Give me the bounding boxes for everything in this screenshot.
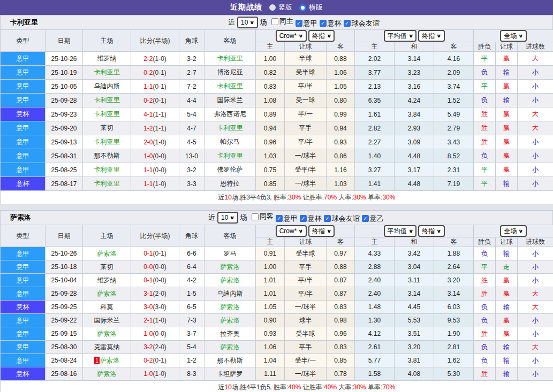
- sub-header-avg-draw: 和: [395, 237, 434, 247]
- filter-checkbox[interactable]: ✓意杯: [320, 19, 342, 28]
- halftime-score: (0-1): [153, 69, 166, 76]
- result-outcome: 平: [474, 163, 496, 177]
- avg-home-odds: 2.82: [355, 121, 395, 135]
- filter-checkbox[interactable]: 同客: [252, 212, 274, 221]
- league-type-cell: 意甲: [1, 66, 46, 80]
- away-team-name: 萨索洛: [221, 303, 240, 311]
- layout-radio-horizontal[interactable]: 横版: [299, 3, 323, 12]
- match-date: 25-08-16: [46, 367, 83, 381]
- scope-select[interactable]: 全场∨: [500, 225, 526, 237]
- handicap-away-odds: 0.88: [327, 52, 355, 66]
- away-team-cell: 萨索洛: [204, 274, 256, 287]
- handicap-home-odds: 1.06: [256, 341, 285, 354]
- result-outcome: 胜: [474, 274, 496, 287]
- result-outcome: 胜: [474, 367, 496, 381]
- filter-checkbox[interactable]: ✓球会友谊: [324, 214, 360, 224]
- final-index-select[interactable]: 终指∨: [308, 225, 335, 237]
- result-handicap: 赢: [496, 149, 518, 163]
- filter-checkboxes: 同主✓意甲✓意杯✓球会友谊: [269, 17, 380, 28]
- home-team-name: 国际米兰: [94, 317, 120, 324]
- radio-selected-icon[interactable]: [269, 4, 276, 11]
- result-goals: 小: [518, 80, 553, 94]
- match-row: 意甲25-09-13卡利亚里2-0(1-0)4-5帕尔马0.96平/半0.932…: [1, 135, 553, 149]
- scope-select[interactable]: 全场∨: [500, 30, 526, 42]
- league-type-cell: 意甲: [1, 135, 46, 149]
- result-outcome: 负: [474, 149, 496, 163]
- radio-horizontal-label: 横版: [309, 3, 323, 12]
- checkbox-icon[interactable]: ✓: [362, 215, 369, 222]
- filter-checkbox[interactable]: ✓球会友谊: [344, 19, 380, 28]
- match-row: 意杯25-08-16萨索洛1-0(1-0)8-3卡坦萨罗1.11一/球半0.78…: [1, 367, 553, 381]
- avg-draw-odds: 3.17: [395, 163, 434, 177]
- handicap-home-odds: 0.93: [256, 327, 285, 341]
- away-team-cell: 罗马: [204, 247, 256, 260]
- handicap-home-odds: 0.83: [256, 80, 285, 94]
- filter-checkbox[interactable]: ✓意乙: [362, 214, 384, 224]
- radio-unselected-icon[interactable]: [299, 4, 306, 11]
- bookmaker-select[interactable]: Crow*∨: [276, 225, 307, 237]
- final-index2-select[interactable]: 终指∨: [418, 225, 444, 237]
- average-select[interactable]: 平均值∨: [384, 225, 416, 237]
- score-cell: 0-0(0-0): [131, 260, 179, 274]
- section-divider: [0, 204, 553, 210]
- score-cell: 2-1(1-0): [131, 314, 179, 327]
- avg-home-odds: 2.02: [355, 52, 395, 66]
- score-cell: 3-0(3-0): [131, 301, 179, 314]
- away-team-name: 卡坦萨罗: [217, 370, 243, 378]
- result-goals: 小: [518, 260, 553, 274]
- away-team-name: 弗洛西诺尼: [214, 110, 246, 118]
- fulltime-score: 0-2: [143, 97, 153, 104]
- checkbox-icon[interactable]: ✓: [344, 20, 351, 27]
- away-team-name: 国际米兰: [217, 96, 243, 104]
- games-count-select[interactable]: 10∨: [237, 17, 258, 28]
- final-index2-select[interactable]: 终指∨: [418, 30, 444, 42]
- halftime-score: (0-0): [153, 166, 166, 174]
- checkbox-icon[interactable]: ✓: [324, 215, 331, 222]
- handicap-line: 平/半: [285, 287, 327, 301]
- checkbox-label: 意杯: [328, 19, 342, 28]
- summary-text: 近10场,胜4平1负5, 胜率:40% 让胜率:40% 大率:30% 单率:70…: [218, 383, 396, 391]
- away-team-name: 佛罗伦萨: [217, 166, 243, 173]
- checkbox-icon[interactable]: ✓: [296, 20, 302, 27]
- col-header-corner: 角球: [179, 225, 204, 247]
- section-header: 卡利亚里 近 10∨ 场 同主✓意甲✓意杯✓球会友谊: [0, 15, 553, 29]
- result-outcome: 负: [474, 341, 496, 354]
- match-date: 25-10-04: [46, 274, 83, 287]
- corner-score: 1-2: [179, 354, 204, 367]
- avg-away-odds: 3.74: [434, 80, 474, 94]
- handicap-away-odds: 0.96: [327, 327, 355, 341]
- checkbox-icon[interactable]: [271, 18, 278, 25]
- final-index-select[interactable]: 终指∨: [308, 30, 335, 42]
- avg-draw-odds: 3.14: [395, 52, 434, 66]
- filter-checkbox[interactable]: ✓意甲: [276, 214, 298, 224]
- avg-draw-odds: 4.24: [395, 94, 434, 107]
- average-group-header: 平均值∨ 终指∨: [355, 225, 474, 237]
- match-row: 意甲25-10-19卡利亚里0-2(0-1)2-7博洛尼亚0.82受半球1.06…: [1, 66, 553, 80]
- filter-checkbox[interactable]: ✓意甲: [296, 19, 317, 28]
- filter-checkbox[interactable]: 同主: [271, 17, 293, 26]
- result-handicap: 赢: [496, 80, 518, 94]
- summary-row: 近10场,胜4平1负5, 胜率:40% 让胜率:40% 大率:30% 单率:70…: [1, 381, 553, 392]
- col-header-type: 类型: [1, 30, 46, 52]
- checkbox-icon[interactable]: ✓: [320, 20, 327, 27]
- average-select[interactable]: 平均值∨: [384, 30, 416, 42]
- team-name: 卡利亚里: [1, 18, 38, 27]
- match-row: 意甲25-08-25卡利亚里1-1(0-0)3-2佛罗伦萨0.75受平/半1.1…: [1, 163, 553, 177]
- avg-draw-odds: 3.14: [395, 287, 434, 301]
- away-team-name: 卡利亚里: [217, 55, 243, 62]
- checkbox-icon[interactable]: [252, 213, 259, 220]
- filter-checkbox[interactable]: ✓意杯: [300, 214, 322, 224]
- fulltime-score: 0-2: [143, 69, 153, 76]
- match-row: 意甲25-08-31那不勒斯1-0(0-0)13-0卡利亚里1.03一/球半0.…: [1, 149, 553, 163]
- layout-radio-vertical[interactable]: 竖版: [269, 3, 292, 12]
- games-count-select[interactable]: 10∨: [217, 212, 238, 224]
- avg-draw-odds: 3.84: [395, 107, 434, 121]
- checkbox-icon[interactable]: ✓: [300, 215, 307, 222]
- away-team-cell: 乌迪内斯: [204, 287, 256, 301]
- away-team-cell: 卡利亚里: [204, 121, 256, 135]
- match-date: 25-08-31: [46, 149, 83, 163]
- games-suffix-label: 场: [260, 18, 267, 27]
- checkbox-icon[interactable]: ✓: [276, 215, 283, 222]
- bookmaker-select[interactable]: Crow*∨: [276, 30, 307, 42]
- home-team-name: 卡利亚里: [94, 96, 120, 104]
